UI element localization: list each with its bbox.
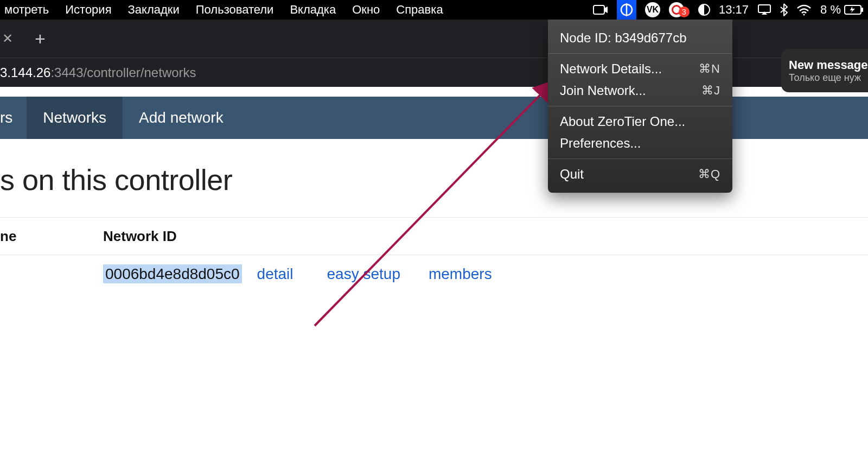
link-members[interactable]: members (429, 265, 492, 283)
notification-badge: 3 (679, 7, 690, 17)
zt-about[interactable]: About ZeroTier One... (548, 111, 732, 132)
zt-about-label: About ZeroTier One... (560, 114, 685, 129)
svg-point-4 (803, 14, 805, 16)
menu-separator (548, 53, 732, 54)
zt-preferences-label: Preferences... (560, 136, 641, 151)
notification-subtitle: Только еще нуж (789, 72, 863, 84)
airplay-icon[interactable] (757, 4, 771, 16)
page-heading: s on this controller (0, 163, 868, 197)
nav-networks[interactable]: Networks (27, 97, 123, 139)
menu-users[interactable]: Пользователи (196, 3, 274, 17)
cell-network-id: 0006bd4e8d8d05c0 (103, 265, 242, 283)
opera-icon[interactable]: 3 (669, 2, 690, 17)
zt-node-id: Node ID: b349d677cb (548, 27, 732, 49)
clock: 13:17 (719, 3, 749, 17)
vk-icon[interactable]: VK (645, 2, 660, 17)
menu-separator (548, 159, 732, 159)
link-detail[interactable]: detail (257, 265, 293, 283)
macos-menubar: мотреть История Закладки Пользователи Вк… (0, 0, 868, 20)
col-header-network-id: Network ID (103, 228, 266, 245)
zt-quit[interactable]: Quit ⌘Q (548, 163, 732, 185)
shortcut-cmd-q: ⌘Q (698, 167, 720, 181)
zerotier-menu: Node ID: b349d677cb Network Details... ⌘… (548, 20, 732, 193)
col-header-name: ne (0, 228, 103, 245)
app-menus: мотреть История Закладки Пользователи Вк… (4, 3, 443, 17)
table-row: 0006bd4e8d8d05c0 detail easy setup membe… (0, 255, 868, 293)
menu-tab[interactable]: Вкладка (290, 3, 336, 17)
zt-join-network[interactable]: Join Network... ⌘J (548, 80, 732, 102)
menu-view[interactable]: мотреть (4, 3, 49, 17)
wifi-icon[interactable] (796, 4, 812, 16)
nav-item-truncated[interactable]: rs (0, 97, 27, 139)
svg-rect-3 (758, 5, 770, 12)
zerotier-menubar-icon[interactable] (617, 0, 636, 20)
nav-add-network[interactable]: Add network (123, 97, 240, 139)
contrast-icon[interactable] (698, 4, 710, 16)
svg-rect-6 (861, 8, 863, 12)
address-host: 3.144.26 (0, 65, 50, 80)
menu-history[interactable]: История (65, 3, 111, 17)
bluetooth-icon[interactable] (780, 3, 788, 16)
link-easy-setup[interactable]: easy setup (327, 265, 400, 283)
shortcut-cmd-j: ⌘J (701, 84, 720, 98)
menu-separator (548, 106, 732, 106)
tab-close-button[interactable]: ✕ (2, 31, 13, 46)
svg-rect-0 (593, 5, 604, 14)
page-content: s on this controller ne Network ID 0006b… (0, 139, 868, 475)
zt-join-network-label: Join Network... (560, 83, 646, 98)
address-path: :3443/controller/networks (50, 65, 196, 80)
networks-table: ne Network ID 0006bd4e8d8d05c0 detail ea… (0, 217, 868, 293)
zt-network-details[interactable]: Network Details... ⌘N (548, 58, 732, 80)
shortcut-cmd-n: ⌘N (699, 62, 720, 76)
page-nav: rs Networks Add network (0, 97, 868, 139)
menu-window[interactable]: Окно (352, 3, 380, 17)
zt-network-details-label: Network Details... (560, 61, 662, 77)
battery-status[interactable]: 8 % (820, 3, 864, 17)
notification-title: New message (789, 58, 863, 72)
menu-bookmarks[interactable]: Закладки (128, 3, 180, 17)
status-area: VK 3 13:17 8 % (593, 0, 864, 20)
zt-quit-label: Quit (560, 167, 584, 182)
menu-help[interactable]: Справка (396, 3, 443, 17)
network-id-value[interactable]: 0006bd4e8d8d05c0 (103, 264, 242, 283)
zoom-icon[interactable] (593, 4, 608, 16)
notification-panel[interactable]: New message Только еще нуж (781, 49, 868, 92)
new-tab-button[interactable]: + (35, 28, 46, 49)
zt-preferences[interactable]: Preferences... (548, 132, 732, 154)
table-header-row: ne Network ID (0, 217, 868, 255)
battery-percent: 8 % (820, 3, 841, 17)
battery-icon (844, 5, 864, 15)
address-bar[interactable]: 3.144.26:3443/controller/networks (0, 58, 868, 87)
zt-node-id-label: Node ID: b349d677cb (560, 30, 687, 46)
browser-tab-strip: ✕ + (0, 20, 868, 58)
